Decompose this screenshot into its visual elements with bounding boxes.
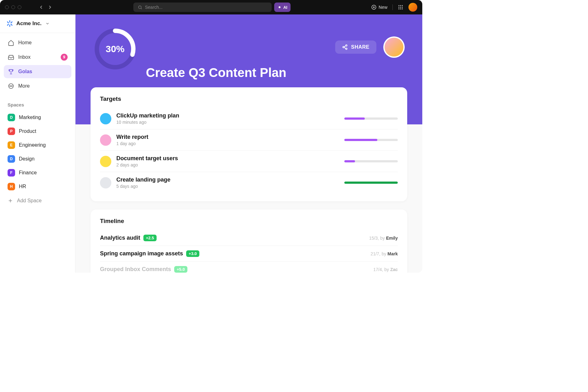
svg-line-33 [344, 47, 346, 48]
assignee-avatar [100, 134, 111, 146]
target-title: Write report [116, 134, 339, 140]
svg-point-8 [402, 5, 403, 6]
svg-point-24 [12, 86, 13, 86]
progress-bar [344, 160, 398, 162]
svg-point-31 [346, 48, 347, 50]
space-badge: F [8, 169, 15, 177]
svg-point-2 [279, 6, 280, 8]
space-item[interactable]: DMarketing [0, 111, 75, 124]
search-placeholder: Search... [145, 5, 163, 10]
search-icon [138, 5, 142, 10]
search-input[interactable]: Search... [133, 3, 272, 12]
space-badge: H [8, 183, 15, 190]
nav-goals[interactable]: Golas [4, 65, 71, 78]
timeline-row[interactable]: Analytics audit +2.5 15/3, by Emily [100, 230, 398, 246]
timeline-heading: Timeline [100, 218, 398, 225]
progress-bar [344, 182, 398, 184]
svg-line-1 [141, 8, 142, 9]
apps-grid-icon[interactable] [398, 4, 403, 10]
window-controls[interactable] [5, 5, 21, 9]
svg-point-6 [398, 5, 399, 6]
timeline-meta: 17/4, by Zac [373, 267, 398, 272]
space-name: Engineering [19, 142, 46, 148]
target-meta: 1 day ago [116, 141, 339, 146]
timeline-meta: 21/7, by Mark [371, 251, 398, 256]
workspace-switcher[interactable]: Acme Inc. [0, 14, 75, 33]
home-icon [8, 40, 14, 46]
space-name: Design [19, 156, 35, 162]
space-item[interactable]: EEngineering [0, 138, 75, 152]
progress-ring: 30% [93, 27, 137, 71]
maximize-dot[interactable] [18, 5, 21, 9]
target-title: Create landing page [116, 177, 339, 183]
space-badge: D [8, 114, 15, 121]
share-button[interactable]: SHARE [335, 41, 376, 54]
svg-point-14 [402, 8, 403, 9]
space-item[interactable]: FFinance [0, 166, 75, 180]
chevron-down-icon [45, 21, 50, 26]
more-icon [8, 83, 14, 89]
add-space-button[interactable]: Add Space [0, 193, 75, 208]
ai-button[interactable]: AI [274, 3, 291, 12]
timeline-title: Spring campaign image assets [100, 250, 183, 257]
nav-more[interactable]: More [4, 79, 71, 93]
svg-point-23 [11, 86, 11, 86]
timeline-row[interactable]: Grouped Inbox Comments +5.0 17/4, by Zac [100, 262, 398, 273]
share-icon [342, 44, 348, 50]
target-meta: 5 days ago [116, 184, 339, 189]
assignee-avatar [100, 156, 111, 167]
svg-point-13 [400, 8, 401, 9]
space-name: Product [19, 128, 36, 134]
svg-line-19 [8, 24, 8, 25]
owner-avatar[interactable] [383, 36, 405, 58]
target-row[interactable]: Write report 1 day ago [100, 129, 398, 151]
page-title: Create Q3 Content Plan [146, 66, 286, 80]
svg-point-9 [398, 7, 399, 8]
space-badge: D [8, 155, 15, 163]
timeline-title: Analytics audit [100, 235, 140, 241]
user-avatar[interactable] [408, 3, 417, 12]
timeline-card: Timeline Analytics audit +2.5 15/3, by E… [91, 210, 407, 273]
target-meta: 2 days ago [116, 162, 339, 167]
svg-point-29 [346, 45, 347, 46]
new-button[interactable]: New [371, 4, 387, 10]
svg-point-11 [402, 7, 403, 8]
timeline-title: Grouped Inbox Comments [100, 266, 171, 273]
plus-circle-icon [371, 4, 377, 10]
target-row[interactable]: Document target users 2 days ago [100, 151, 398, 172]
plus-icon [8, 198, 13, 204]
trophy-icon [8, 68, 14, 75]
timeline-meta: 15/3, by Emily [369, 236, 398, 241]
targets-card: Targets ClickUp marketing plan 10 minute… [91, 87, 407, 201]
space-name: Marketing [19, 115, 41, 120]
workspace-name: Acme Inc. [16, 20, 42, 27]
space-item[interactable]: DDesign [0, 152, 75, 166]
minimize-dot[interactable] [11, 5, 15, 9]
target-meta: 10 minutes ago [116, 120, 339, 125]
forward-icon[interactable] [47, 4, 53, 10]
back-icon[interactable] [38, 4, 44, 10]
target-row[interactable]: Create landing page 5 days ago [100, 172, 398, 193]
space-item[interactable]: HHR [0, 180, 75, 193]
timeline-row[interactable]: Spring campaign image assets +3.0 21/7, … [100, 246, 398, 262]
target-row[interactable]: ClickUp marketing plan 10 minutes ago [100, 108, 398, 129]
close-dot[interactable] [5, 5, 9, 9]
svg-line-20 [11, 22, 12, 23]
nav-home[interactable]: Home [4, 36, 71, 49]
space-name: HR [19, 184, 26, 189]
space-badge: E [8, 141, 15, 149]
svg-point-7 [400, 5, 401, 6]
nav-inbox[interactable]: Inbox 9 [4, 51, 71, 64]
space-badge: P [8, 128, 15, 135]
timeline-badge: +2.5 [143, 235, 157, 241]
targets-heading: Targets [100, 95, 398, 102]
space-name: Finance [19, 170, 37, 176]
divider [392, 4, 393, 10]
target-title: Document target users [116, 155, 339, 162]
svg-point-0 [138, 6, 141, 8]
sparkle-icon [277, 5, 282, 9]
space-item[interactable]: PProduct [0, 124, 75, 138]
target-title: ClickUp marketing plan [116, 112, 339, 119]
svg-line-18 [11, 24, 12, 25]
titlebar: Search... AI New [0, 0, 422, 14]
